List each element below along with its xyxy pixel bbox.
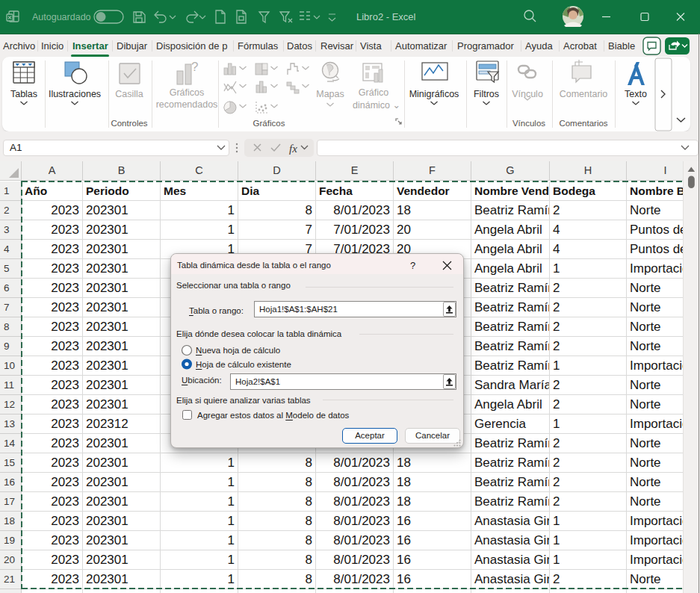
svg-text:?: ? <box>191 60 198 74</box>
svg-text:Libro2 - Excel: Libro2 - Excel <box>356 11 416 22</box>
svg-text:fx: fx <box>289 143 297 155</box>
svg-text:Autoguardado: Autoguardado <box>32 12 91 22</box>
